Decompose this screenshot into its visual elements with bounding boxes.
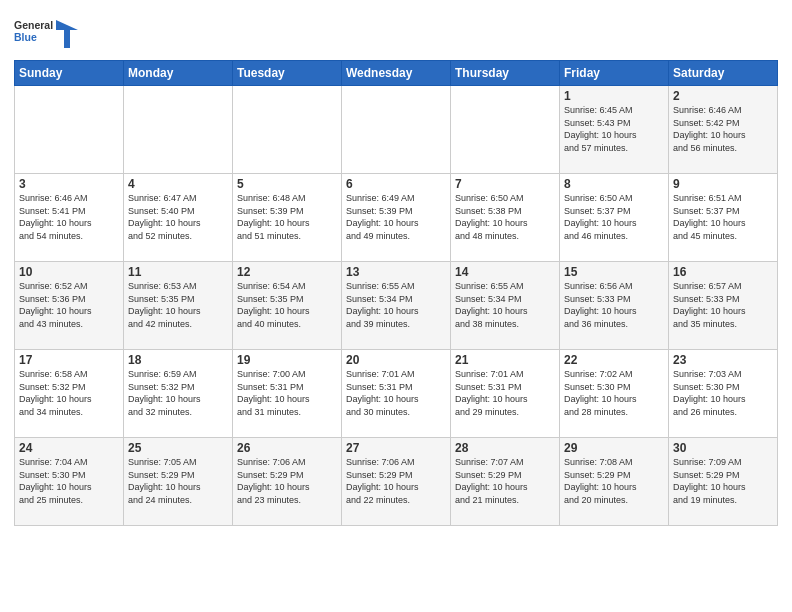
day-number: 14 — [455, 265, 555, 279]
calendar-table: SundayMondayTuesdayWednesdayThursdayFrid… — [14, 60, 778, 526]
day-cell: 17Sunrise: 6:58 AM Sunset: 5:32 PM Dayli… — [15, 350, 124, 438]
day-cell — [342, 86, 451, 174]
day-info: Sunrise: 7:07 AM Sunset: 5:29 PM Dayligh… — [455, 456, 555, 506]
day-number: 12 — [237, 265, 337, 279]
day-info: Sunrise: 6:51 AM Sunset: 5:37 PM Dayligh… — [673, 192, 773, 242]
day-info: Sunrise: 7:08 AM Sunset: 5:29 PM Dayligh… — [564, 456, 664, 506]
day-info: Sunrise: 6:59 AM Sunset: 5:32 PM Dayligh… — [128, 368, 228, 418]
day-number: 11 — [128, 265, 228, 279]
day-info: Sunrise: 6:50 AM Sunset: 5:38 PM Dayligh… — [455, 192, 555, 242]
day-cell: 8Sunrise: 6:50 AM Sunset: 5:37 PM Daylig… — [560, 174, 669, 262]
day-number: 15 — [564, 265, 664, 279]
day-number: 4 — [128, 177, 228, 191]
day-cell: 16Sunrise: 6:57 AM Sunset: 5:33 PM Dayli… — [669, 262, 778, 350]
day-cell: 11Sunrise: 6:53 AM Sunset: 5:35 PM Dayli… — [124, 262, 233, 350]
day-info: Sunrise: 6:52 AM Sunset: 5:36 PM Dayligh… — [19, 280, 119, 330]
day-number: 1 — [564, 89, 664, 103]
week-row-3: 10Sunrise: 6:52 AM Sunset: 5:36 PM Dayli… — [15, 262, 778, 350]
logo-icon: General Blue — [14, 10, 56, 52]
day-info: Sunrise: 7:02 AM Sunset: 5:30 PM Dayligh… — [564, 368, 664, 418]
day-number: 21 — [455, 353, 555, 367]
day-info: Sunrise: 6:48 AM Sunset: 5:39 PM Dayligh… — [237, 192, 337, 242]
day-cell: 9Sunrise: 6:51 AM Sunset: 5:37 PM Daylig… — [669, 174, 778, 262]
day-number: 3 — [19, 177, 119, 191]
day-info: Sunrise: 6:58 AM Sunset: 5:32 PM Dayligh… — [19, 368, 119, 418]
day-cell — [233, 86, 342, 174]
day-info: Sunrise: 7:09 AM Sunset: 5:29 PM Dayligh… — [673, 456, 773, 506]
day-number: 24 — [19, 441, 119, 455]
day-cell: 27Sunrise: 7:06 AM Sunset: 5:29 PM Dayli… — [342, 438, 451, 526]
day-number: 7 — [455, 177, 555, 191]
header-row: SundayMondayTuesdayWednesdayThursdayFrid… — [15, 61, 778, 86]
day-info: Sunrise: 7:06 AM Sunset: 5:29 PM Dayligh… — [346, 456, 446, 506]
day-info: Sunrise: 6:57 AM Sunset: 5:33 PM Dayligh… — [673, 280, 773, 330]
day-number: 2 — [673, 89, 773, 103]
week-row-2: 3Sunrise: 6:46 AM Sunset: 5:41 PM Daylig… — [15, 174, 778, 262]
day-number: 16 — [673, 265, 773, 279]
col-header-friday: Friday — [560, 61, 669, 86]
day-info: Sunrise: 7:01 AM Sunset: 5:31 PM Dayligh… — [455, 368, 555, 418]
day-cell: 13Sunrise: 6:55 AM Sunset: 5:34 PM Dayli… — [342, 262, 451, 350]
day-cell: 23Sunrise: 7:03 AM Sunset: 5:30 PM Dayli… — [669, 350, 778, 438]
day-cell: 7Sunrise: 6:50 AM Sunset: 5:38 PM Daylig… — [451, 174, 560, 262]
day-cell: 2Sunrise: 6:46 AM Sunset: 5:42 PM Daylig… — [669, 86, 778, 174]
day-info: Sunrise: 7:03 AM Sunset: 5:30 PM Dayligh… — [673, 368, 773, 418]
col-header-wednesday: Wednesday — [342, 61, 451, 86]
day-info: Sunrise: 6:47 AM Sunset: 5:40 PM Dayligh… — [128, 192, 228, 242]
day-cell: 24Sunrise: 7:04 AM Sunset: 5:30 PM Dayli… — [15, 438, 124, 526]
svg-text:Blue: Blue — [14, 31, 37, 43]
day-number: 19 — [237, 353, 337, 367]
day-cell: 18Sunrise: 6:59 AM Sunset: 5:32 PM Dayli… — [124, 350, 233, 438]
day-number: 27 — [346, 441, 446, 455]
day-number: 8 — [564, 177, 664, 191]
day-number: 23 — [673, 353, 773, 367]
day-info: Sunrise: 7:00 AM Sunset: 5:31 PM Dayligh… — [237, 368, 337, 418]
day-info: Sunrise: 6:46 AM Sunset: 5:42 PM Dayligh… — [673, 104, 773, 154]
col-header-tuesday: Tuesday — [233, 61, 342, 86]
col-header-saturday: Saturday — [669, 61, 778, 86]
day-number: 17 — [19, 353, 119, 367]
day-cell: 5Sunrise: 6:48 AM Sunset: 5:39 PM Daylig… — [233, 174, 342, 262]
day-cell: 3Sunrise: 6:46 AM Sunset: 5:41 PM Daylig… — [15, 174, 124, 262]
day-info: Sunrise: 6:55 AM Sunset: 5:34 PM Dayligh… — [455, 280, 555, 330]
day-number: 18 — [128, 353, 228, 367]
week-row-4: 17Sunrise: 6:58 AM Sunset: 5:32 PM Dayli… — [15, 350, 778, 438]
col-header-monday: Monday — [124, 61, 233, 86]
day-info: Sunrise: 7:04 AM Sunset: 5:30 PM Dayligh… — [19, 456, 119, 506]
day-cell: 1Sunrise: 6:45 AM Sunset: 5:43 PM Daylig… — [560, 86, 669, 174]
logo: General Blue — [14, 10, 78, 52]
day-cell: 29Sunrise: 7:08 AM Sunset: 5:29 PM Dayli… — [560, 438, 669, 526]
header: General Blue — [14, 10, 778, 52]
day-cell: 14Sunrise: 6:55 AM Sunset: 5:34 PM Dayli… — [451, 262, 560, 350]
day-cell: 10Sunrise: 6:52 AM Sunset: 5:36 PM Dayli… — [15, 262, 124, 350]
day-number: 22 — [564, 353, 664, 367]
day-number: 28 — [455, 441, 555, 455]
day-cell: 6Sunrise: 6:49 AM Sunset: 5:39 PM Daylig… — [342, 174, 451, 262]
day-number: 26 — [237, 441, 337, 455]
day-cell — [124, 86, 233, 174]
day-number: 5 — [237, 177, 337, 191]
day-cell: 19Sunrise: 7:00 AM Sunset: 5:31 PM Dayli… — [233, 350, 342, 438]
col-header-sunday: Sunday — [15, 61, 124, 86]
day-info: Sunrise: 6:49 AM Sunset: 5:39 PM Dayligh… — [346, 192, 446, 242]
day-info: Sunrise: 6:54 AM Sunset: 5:35 PM Dayligh… — [237, 280, 337, 330]
day-cell: 21Sunrise: 7:01 AM Sunset: 5:31 PM Dayli… — [451, 350, 560, 438]
day-cell: 20Sunrise: 7:01 AM Sunset: 5:31 PM Dayli… — [342, 350, 451, 438]
day-info: Sunrise: 6:56 AM Sunset: 5:33 PM Dayligh… — [564, 280, 664, 330]
week-row-1: 1Sunrise: 6:45 AM Sunset: 5:43 PM Daylig… — [15, 86, 778, 174]
col-header-thursday: Thursday — [451, 61, 560, 86]
day-info: Sunrise: 6:45 AM Sunset: 5:43 PM Dayligh… — [564, 104, 664, 154]
day-cell: 25Sunrise: 7:05 AM Sunset: 5:29 PM Dayli… — [124, 438, 233, 526]
page-container: General Blue SundayMondayTuesdayWednesda… — [0, 0, 792, 612]
day-number: 6 — [346, 177, 446, 191]
day-number: 10 — [19, 265, 119, 279]
day-info: Sunrise: 7:06 AM Sunset: 5:29 PM Dayligh… — [237, 456, 337, 506]
day-cell: 15Sunrise: 6:56 AM Sunset: 5:33 PM Dayli… — [560, 262, 669, 350]
day-cell: 28Sunrise: 7:07 AM Sunset: 5:29 PM Dayli… — [451, 438, 560, 526]
day-cell: 12Sunrise: 6:54 AM Sunset: 5:35 PM Dayli… — [233, 262, 342, 350]
day-cell: 22Sunrise: 7:02 AM Sunset: 5:30 PM Dayli… — [560, 350, 669, 438]
day-cell: 26Sunrise: 7:06 AM Sunset: 5:29 PM Dayli… — [233, 438, 342, 526]
day-number: 20 — [346, 353, 446, 367]
day-cell: 4Sunrise: 6:47 AM Sunset: 5:40 PM Daylig… — [124, 174, 233, 262]
day-number: 13 — [346, 265, 446, 279]
